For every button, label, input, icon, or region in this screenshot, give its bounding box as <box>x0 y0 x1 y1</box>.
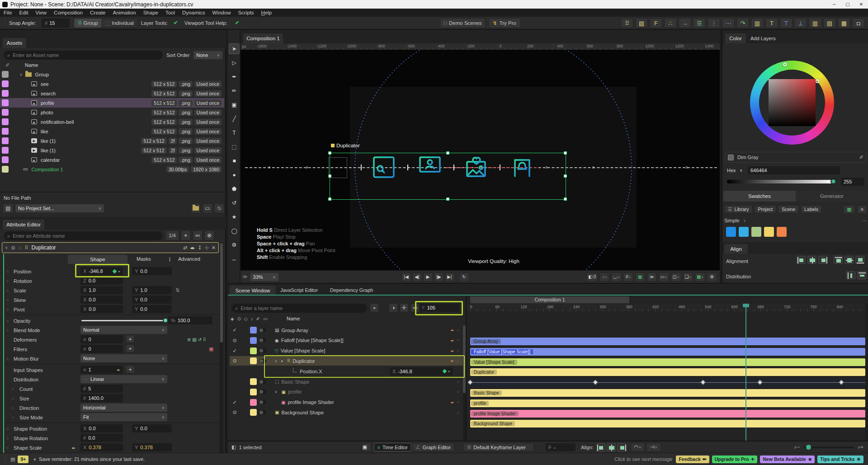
selection-handle[interactable] <box>564 197 567 201</box>
asset-search-input[interactable]: ⌕Enter an Asset name <box>4 51 163 60</box>
layer-row[interactable]: ⊙▣Background Shape○ <box>230 408 463 417</box>
viewport-tool-help-checkbox[interactable]: ✔ <box>235 20 239 26</box>
menu-window[interactable]: Window <box>209 10 235 15</box>
project-set-dropdown[interactable]: No Project Set...∨ <box>15 204 104 212</box>
image-tool[interactable]: ▣ <box>229 99 240 110</box>
attribute-field[interactable]: Y0.0 <box>132 296 172 304</box>
socket-circle[interactable]: ○ <box>6 307 9 312</box>
socket-circle[interactable]: ○ <box>457 338 459 343</box>
minimize-button[interactable]: ─ <box>827 0 841 9</box>
keyframe-next-icon[interactable]: ▸ <box>118 269 120 273</box>
tab-scene-window[interactable]: Scene Window <box>230 286 276 296</box>
lock-icon[interactable]: ◈ <box>231 316 234 321</box>
layer-color-swatch[interactable] <box>250 357 257 364</box>
layer-enable-toggle[interactable]: ✓ <box>230 399 240 405</box>
frame-button[interactable]: ▭ <box>203 203 212 213</box>
graph-editor-button[interactable]: ∠Graph Editor <box>412 443 454 451</box>
feedback-button[interactable]: Feedback✏ <box>676 456 709 463</box>
onion-skin-icon[interactable]: ◧0 <box>586 272 598 282</box>
solo-circle-icon[interactable]: ○ <box>19 245 22 250</box>
messages-icon[interactable]: ▤ <box>10 456 15 462</box>
menu-file[interactable]: File <box>0 10 16 15</box>
asset-row[interactable]: ▶like (1)512 x 5122f.pngUsed once <box>0 136 224 146</box>
source-labels-button[interactable]: Labels <box>801 205 822 213</box>
step-forward-button[interactable]: |▶ <box>434 272 444 282</box>
cube-icon[interactable]: ◇ <box>244 316 248 321</box>
slant-t-icon[interactable]: T <box>765 18 778 28</box>
open-folder-button[interactable] <box>191 203 201 213</box>
align-r-button[interactable] <box>818 256 827 264</box>
layer-render-toggle[interactable] <box>259 380 266 384</box>
attribute-dropdown[interactable]: Fit∨ <box>80 413 167 421</box>
filter-settings-button[interactable]: ≔ <box>410 303 420 312</box>
isolate-icon[interactable]: ⊹ <box>205 245 209 251</box>
menu-tool[interactable]: Tool <box>162 10 179 15</box>
resize-tool[interactable]: ↔ <box>229 254 240 264</box>
keyframe-diamond[interactable] <box>467 380 472 385</box>
selection-handle[interactable] <box>446 151 449 155</box>
tab-masks[interactable]: Masks <box>137 256 151 262</box>
socket-circle[interactable]: ○ <box>457 328 459 333</box>
layer-render-toggle[interactable] <box>259 390 266 394</box>
rectangle-tool[interactable]: ■ <box>229 155 240 166</box>
layer-row[interactable]: ✓▤Group Array◂▸○ <box>230 325 463 335</box>
attribute-dropdown[interactable]: Horizontal∨ <box>80 404 167 412</box>
tab-assets[interactable]: Assets <box>3 38 26 48</box>
horizontal-ruler[interactable]: -1600-1400-1200-1000-800-600-400-2000200… <box>248 43 720 50</box>
polygon-tool[interactable]: ⬟ <box>229 183 240 194</box>
zoom-slider-knob[interactable] <box>806 445 811 450</box>
socket-circle[interactable]: ○ <box>6 279 9 283</box>
sort-order-dropdown[interactable]: None∨ <box>193 51 222 59</box>
keyframe-track[interactable] <box>470 379 865 386</box>
source-scene-button[interactable]: Scene <box>778 205 799 213</box>
search-page-icon[interactable] <box>371 155 396 180</box>
layer-enable-toggle[interactable]: ✓ <box>230 348 240 354</box>
align-l-button[interactable] <box>797 256 806 264</box>
empty-slot[interactable] <box>328 157 347 178</box>
layer-color-swatch[interactable] <box>250 409 257 416</box>
dock-button[interactable]: ▣ <box>362 443 371 451</box>
layer-tools-checkbox[interactable]: ✔ <box>174 20 178 26</box>
attribute-field[interactable]: Y0.0 <box>132 424 172 432</box>
selection-handle[interactable] <box>328 197 331 201</box>
tab-shape[interactable]: Shape <box>68 255 127 264</box>
swatch-group-label[interactable]: Simple <box>724 218 740 223</box>
layer-row[interactable]: ✓▽Value [Shape Scale]◂▸○ <box>230 346 463 356</box>
key-align-c-button[interactable] <box>607 443 616 451</box>
settings-tool[interactable]: ⚙ <box>229 240 240 250</box>
align-b-button[interactable] <box>855 256 864 264</box>
select-tool[interactable]: ➤ <box>229 43 240 54</box>
go-start-button[interactable]: |◀ <box>401 272 411 282</box>
layer-color-swatch[interactable] <box>250 348 257 354</box>
layer-row[interactable]: ✓▣profile Image Shader◂▸○ <box>230 398 463 407</box>
menu-composition[interactable]: Composition <box>50 10 86 15</box>
opacity-slider-knob[interactable] <box>163 318 168 323</box>
timeline-bar[interactable]: Group Array <box>470 338 865 345</box>
new-beta-available-button[interactable]: New Beta Available★ <box>760 456 815 463</box>
key-align-l-button[interactable] <box>596 443 605 451</box>
message-count-badge[interactable]: 9+ <box>18 456 28 463</box>
selection-handle[interactable] <box>328 151 331 155</box>
keyframe-diamond[interactable] <box>700 380 705 385</box>
asset-row[interactable]: ▭Composition 130.00fps1920 x 1080 <box>0 164 224 174</box>
attribute-field[interactable]: X-346.8▸ <box>80 267 123 275</box>
asset-row[interactable]: notification-bell512 x 512.pngUsed once <box>0 117 224 127</box>
asset-row[interactable]: search512 x 512.pngUsed once <box>0 89 224 98</box>
filter-indicator-icon[interactable]: ▣ <box>209 346 213 352</box>
pencil-tool[interactable]: ✏ <box>229 85 240 96</box>
keyframe-arrows[interactable]: ◂▸ <box>451 328 454 332</box>
add-button[interactable]: ＋ <box>126 365 135 373</box>
f-badge-icon[interactable]: F <box>650 18 662 28</box>
layer-row[interactable]: ∨▣profile○ <box>230 387 463 397</box>
add-button[interactable]: ＋ <box>126 335 135 343</box>
socket-circle[interactable]: ○ <box>457 348 459 353</box>
socket-circle[interactable]: ○ <box>6 319 9 323</box>
visibility-eye-icon[interactable]: ⊙ <box>11 245 15 251</box>
attribute-field[interactable]: ≡0 <box>80 345 123 353</box>
color-swatch[interactable] <box>751 227 761 237</box>
socket-circle[interactable]: ○ <box>6 427 9 431</box>
attribute-field[interactable]: ≡1◂▸ <box>80 366 123 374</box>
sv-selector-dot[interactable] <box>816 79 820 83</box>
menu-create[interactable]: Create <box>86 10 109 15</box>
keyframe-arrows[interactable]: ◂▸ <box>451 338 454 343</box>
